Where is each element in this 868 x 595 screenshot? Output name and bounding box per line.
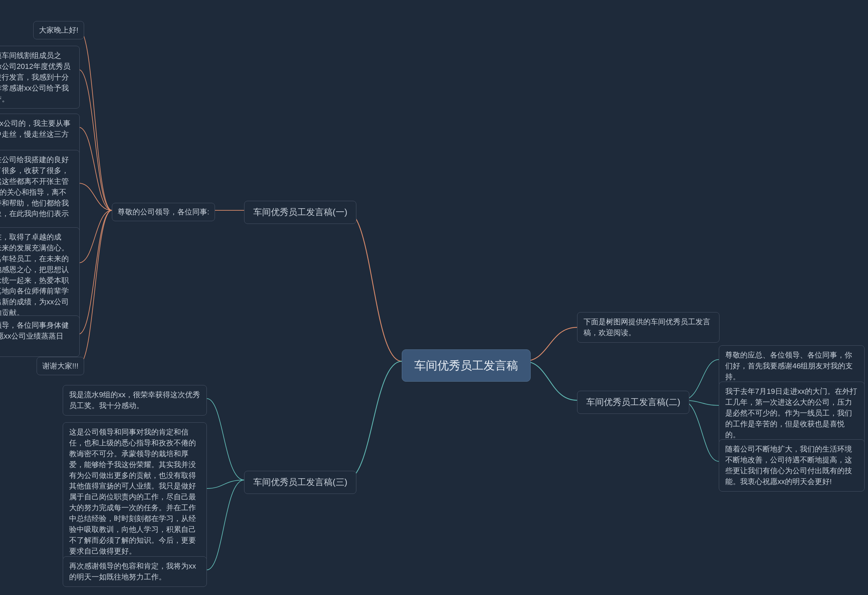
branch1-leaf-5-text: 最后衷心的祝愿领导，各位同事身体健康，工作进步!祝愿xx公司业绩蒸蒸日上，更上一… <box>0 321 69 351</box>
branch1-sub[interactable]: 尊敬的公司领导，各位同事: <box>112 203 215 221</box>
branch1-leaf-3-text: 在过去的一年，在公司给我搭建的良好平台上，我学到了很多，收获了很多，成长了很多，… <box>0 155 69 229</box>
branch1-leaf-5[interactable]: 最后衷心的祝愿领导，各位同事身体健康，工作进步!祝愿xx公司业绩蒸蒸日上，更上一… <box>0 315 80 357</box>
branch3-leaf-2-text: 再次感谢领导的包容和肯定，我将为xx的明天一如既往地努力工作。 <box>69 562 196 581</box>
branch1-leaf-0[interactable]: 大家晚上好! <box>33 21 84 39</box>
branch1-leaf-4[interactable]: xx公司创立到现在，取得了卓越的成绩，我们对公司未来的发展充满信心。作为xx公司… <box>0 227 80 323</box>
branch2-leaf-2-text: 随着公司不断地扩大，我们的生活环境不断地改善，公司待遇不断地提高，这些更让我们有… <box>725 445 852 486</box>
root-node[interactable]: 车间优秀员工发言稿 <box>402 349 531 382</box>
intro-node[interactable]: 下面是树图网提供的车间优秀员工发言稿，欢迎阅读。 <box>577 312 719 343</box>
branch1-sub-text: 尊敬的公司领导，各位同事: <box>118 207 209 216</box>
branch1-leaf-2-text: 我是2011年加入xx公司的，我主要从事线切割快走丝，中走丝，慢走丝这三方面的工… <box>0 119 71 149</box>
branch1-leaf-4-text: xx公司创立到现在，取得了卓越的成绩，我们对公司未来的发展充满信心。作为xx公司… <box>0 233 69 317</box>
branch2-leaf-2[interactable]: 随着公司不断地扩大，我们的生活环境不断地改善，公司待遇不断地提高，这些更让我们有… <box>719 439 865 491</box>
branch1-leaf-1-text: 我叫刘xx，是制模车间线割组成员之一，能够被评为xx公司2012年度优秀员工，并… <box>0 51 71 103</box>
root-label: 车间优秀员工发言稿 <box>414 359 518 372</box>
branch3-leaf-1-text: 这是公司领导和同事对我的肯定和信任，也和上级的悉心指导和孜孜不倦的教诲密不可分。… <box>69 428 196 555</box>
branch1-leaf-0-text: 大家晚上好! <box>39 26 78 34</box>
branch3-node[interactable]: 车间优秀员工发言稿(三) <box>244 471 356 494</box>
branch1-leaf-6-text: 谢谢大家!!! <box>42 362 78 370</box>
branch1-leaf-6[interactable]: 谢谢大家!!! <box>37 357 84 375</box>
branch2-leaf-0[interactable]: 尊敬的应总、各位领导、各位同事，你们好，首先我要感谢46组朋友对我的支持。 <box>719 345 865 387</box>
branch2-node[interactable]: 车间优秀员工发言稿(二) <box>577 391 689 414</box>
branch1-node[interactable]: 车间优秀员工发言稿(一) <box>244 201 356 224</box>
branch2-leaf-1-text: 我于去年7月19日走进xx的大门。在外打工几年，第一次进这么大的公司，压力是必然… <box>725 387 857 439</box>
branch3-leaf-0-text: 我是流水9组的xx，很荣幸获得这次优秀员工奖。我十分感动。 <box>69 391 200 410</box>
branch3-title: 车间优秀员工发言稿(三) <box>253 477 347 487</box>
branch3-leaf-2[interactable]: 再次感谢领导的包容和肯定，我将为xx的明天一如既往地努力工作。 <box>63 557 207 587</box>
branch2-leaf-1[interactable]: 我于去年7月19日走进xx的大门。在外打工几年，第一次进这么大的公司，压力是必然… <box>719 382 865 444</box>
branch2-title: 车间优秀员工发言稿(二) <box>586 397 680 407</box>
branch1-title: 车间优秀员工发言稿(一) <box>253 207 347 217</box>
branch3-leaf-1[interactable]: 这是公司领导和同事对我的肯定和信任，也和上级的悉心指导和孜孜不倦的教诲密不可分。… <box>63 422 207 561</box>
branch1-leaf-2[interactable]: 我是2011年加入xx公司的，我主要从事线切割快走丝，中走丝，慢走丝这三方面的工… <box>0 114 80 155</box>
branch3-leaf-0[interactable]: 我是流水9组的xx，很荣幸获得这次优秀员工奖。我十分感动。 <box>63 385 207 416</box>
branch1-leaf-1[interactable]: 我叫刘xx，是制模车间线割组成员之一，能够被评为xx公司2012年度优秀员工，并… <box>0 46 80 108</box>
branch1-leaf-3[interactable]: 在过去的一年，在公司给我搭建的良好平台上，我学到了很多，收获了很多，成长了很多，… <box>0 150 80 234</box>
branch2-leaf-0-text: 尊敬的应总、各位领导、各位同事，你们好，首先我要感谢46组朋友对我的支持。 <box>725 351 853 381</box>
intro-text: 下面是树图网提供的车间优秀员工发言稿，欢迎阅读。 <box>583 318 710 337</box>
